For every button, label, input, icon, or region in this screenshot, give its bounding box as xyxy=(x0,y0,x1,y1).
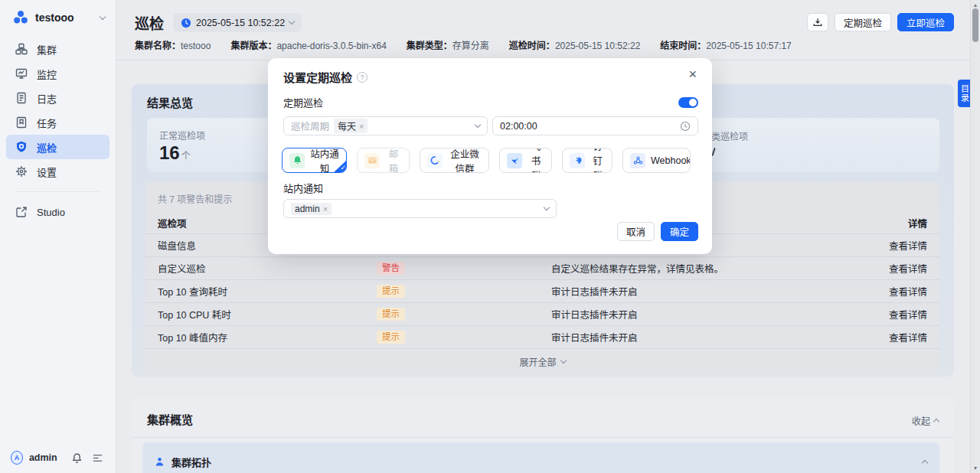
notifications-button[interactable] xyxy=(70,449,84,466)
document-icon xyxy=(15,92,28,104)
download-icon xyxy=(812,17,823,28)
scroll-up-arrow[interactable]: ▲ xyxy=(971,2,980,8)
cluster-switcher[interactable]: testooo xyxy=(0,0,116,32)
sidebar-item-label: 集群 xyxy=(37,42,57,57)
view-detail-link[interactable]: 查看详情 xyxy=(835,330,927,344)
sidebar: testooo 集群 监控 日志 任务 巡检 xyxy=(0,0,116,473)
avatar[interactable]: A xyxy=(11,451,23,465)
stat-value: 16 xyxy=(159,142,180,163)
channel-wecom[interactable]: 企业微信群 xyxy=(420,148,489,173)
close-icon[interactable]: × xyxy=(684,65,701,84)
channel-label: 邮箱 xyxy=(385,148,402,173)
sidebar-item-monitor[interactable]: 监控 xyxy=(6,61,109,86)
time-value: 02:00:00 xyxy=(500,121,537,132)
sidebar-item-label: 日志 xyxy=(37,91,57,106)
cancel-button[interactable]: 取消 xyxy=(617,222,655,241)
modal-title: 设置定期巡检 xyxy=(283,69,352,85)
sidebar-item-label: 任务 xyxy=(37,116,57,130)
sidebar-item-inspection[interactable]: 巡检 xyxy=(6,135,109,159)
meta-value: testooo xyxy=(181,41,211,51)
chevron-up-icon xyxy=(922,459,928,465)
channel-email[interactable]: 邮箱 xyxy=(357,148,410,173)
bell-icon xyxy=(289,153,305,168)
run-inspection-button[interactable]: 立即巡检 xyxy=(897,13,954,31)
sidebar-item-logs[interactable]: 日志 xyxy=(6,86,109,110)
confirm-button[interactable]: 确定 xyxy=(661,222,698,241)
chevron-down-icon xyxy=(475,122,481,128)
collapse-label: 收起 xyxy=(912,414,930,427)
scrollbar-thumb[interactable] xyxy=(972,8,978,42)
table-row: 自定义巡检 警告 自定义巡检结果存在异常，详情见表格。 查看详情 xyxy=(145,256,939,279)
column-detail: 详情 xyxy=(835,216,927,230)
cycle-tag: 每天 × xyxy=(334,119,368,133)
inspection-time-selector[interactable]: 2025-05-15 10:52:22 xyxy=(173,13,302,32)
page-title: 巡检 xyxy=(135,12,164,33)
dingtalk-icon xyxy=(570,153,585,168)
channel-dingtalk[interactable]: 钉钉群 xyxy=(562,148,612,173)
gear-icon xyxy=(15,165,28,178)
notify-target-label: 站内通知 xyxy=(283,181,698,195)
view-detail-link[interactable]: 查看详情 xyxy=(835,261,927,276)
sidebar-item-studio[interactable]: Studio xyxy=(6,200,109,224)
notify-target-select[interactable]: admin × xyxy=(283,199,557,218)
item-message: 自定义巡检结果存在异常，详情见表格。 xyxy=(551,261,835,276)
cluster-topology-header[interactable]: 集群拓扑 xyxy=(142,442,939,473)
collapse-sidebar-button[interactable] xyxy=(90,449,105,466)
expand-all-button[interactable]: 展开全部 xyxy=(145,348,939,374)
section-title: 结果总览 xyxy=(147,94,193,110)
check-icon: ✓ xyxy=(340,164,346,171)
page-scrollbar[interactable]: ▲ ▼ xyxy=(970,0,980,473)
cluster-overview-panel: 集群概览 收起 集群拓扑 xyxy=(132,398,954,473)
cluster-logo-icon xyxy=(12,9,29,26)
status-badge: 提示 xyxy=(377,285,405,298)
view-detail-link[interactable]: 查看详情 xyxy=(835,307,927,321)
chevron-down-icon xyxy=(100,13,106,19)
sidebar-menu: 集群 监控 日志 任务 巡检 设置 xyxy=(0,32,116,224)
sidebar-item-tasks[interactable]: 任务 xyxy=(6,110,109,135)
download-report-button[interactable] xyxy=(807,13,828,31)
table-row: Top 10 查询耗时 提示 审计日志插件未开启 查看详情 xyxy=(145,279,939,302)
periodic-inspection-button[interactable]: 定期巡检 xyxy=(835,13,891,31)
notify-tag: admin × xyxy=(291,203,332,215)
selected-timestamp: 2025-05-15 10:52:22 xyxy=(196,18,285,28)
monitor-icon xyxy=(15,67,28,80)
collapse-section-button[interactable]: 收起 xyxy=(912,414,939,427)
sidebar-item-cluster[interactable]: 集群 xyxy=(6,37,109,61)
sidebar-divider xyxy=(15,191,100,192)
menu-icon xyxy=(92,452,103,464)
status-badge: 提示 xyxy=(377,308,405,321)
clock-outline-icon xyxy=(680,121,691,132)
stat-value-fragment xyxy=(711,148,715,156)
item-message: 审计日志插件未开启 xyxy=(551,307,835,321)
status-badge: 提示 xyxy=(377,331,405,344)
channel-webhook[interactable]: Webhook xyxy=(622,148,691,173)
channel-site-notify[interactable]: 站内通知 ✓ xyxy=(282,148,347,173)
help-icon[interactable]: ? xyxy=(357,72,368,83)
channel-label: 飞书群 xyxy=(528,148,544,173)
topology-label: 集群拓扑 xyxy=(172,455,211,469)
scroll-down-arrow[interactable]: ▼ xyxy=(971,465,980,471)
channel-feishu[interactable]: 飞书群 xyxy=(499,148,552,173)
periodic-toggle[interactable] xyxy=(678,97,698,108)
selected-corner: ✓ xyxy=(333,160,347,173)
view-detail-link[interactable]: 查看详情 xyxy=(835,238,927,253)
remove-tag-icon[interactable]: × xyxy=(323,204,328,214)
section-title: 集群概览 xyxy=(147,411,193,427)
clock-icon xyxy=(181,18,191,28)
view-detail-link[interactable]: 查看详情 xyxy=(835,284,927,298)
stat-label-fragment: 类巡检项 xyxy=(711,129,748,142)
channel-label: Webhook xyxy=(651,155,691,166)
sidebar-footer: A admin xyxy=(0,442,116,473)
item-name: Top 10 CPU 耗时 xyxy=(158,307,377,321)
toggle-knob xyxy=(689,99,697,106)
sidebar-item-label: 巡检 xyxy=(37,140,57,155)
sidebar-item-settings[interactable]: 设置 xyxy=(6,159,109,184)
cluster-meta: 集群名称：testooo 集群版本：apache-doris-3.0.5-bin… xyxy=(135,38,792,51)
cycle-select[interactable]: 巡检周期 每天 × xyxy=(283,116,488,135)
time-input[interactable]: 02:00:00 xyxy=(492,116,698,135)
table-row: Top 10 CPU 耗时 提示 审计日志插件未开启 查看详情 xyxy=(145,302,939,325)
toc-tab[interactable]: 目录 xyxy=(958,80,971,107)
meta-value: 存算分离 xyxy=(452,41,489,51)
remove-tag-icon[interactable]: × xyxy=(359,122,364,131)
meta-value: 2025-05-15 10:57:17 xyxy=(706,41,791,51)
